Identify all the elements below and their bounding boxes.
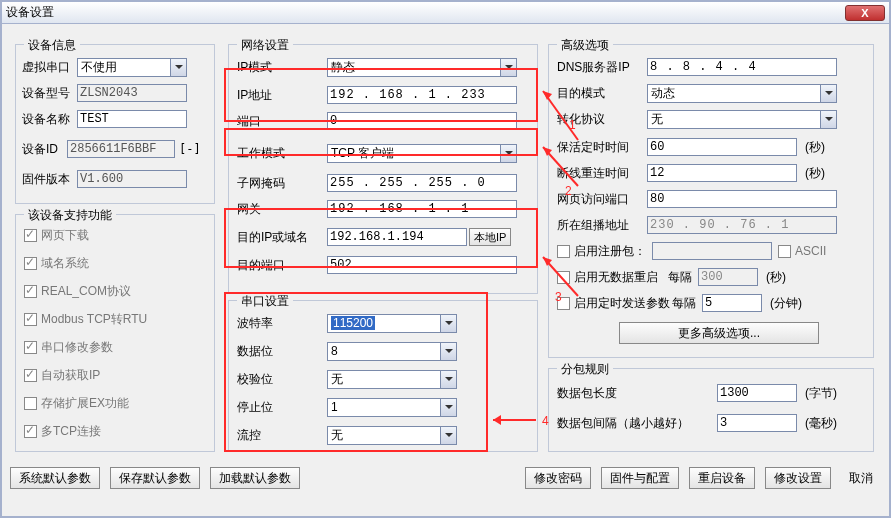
label-ip-addr: IP地址 bbox=[237, 87, 327, 104]
sys-default-button[interactable]: 系统默认参数 bbox=[10, 467, 100, 489]
field-multicast: 230 . 90 . 76 . 1 bbox=[647, 216, 837, 234]
field-port[interactable]: 0 bbox=[327, 112, 517, 130]
apply-button[interactable]: 修改设置 bbox=[765, 467, 831, 489]
check-timed-send[interactable]: 启用定时发送参数 bbox=[557, 295, 670, 312]
field-keepalive[interactable]: 60 bbox=[647, 138, 797, 156]
field-nodata: 300 bbox=[698, 268, 758, 286]
window-title: 设备设置 bbox=[6, 4, 845, 21]
feature-serial-mod: 串口修改参数 bbox=[24, 339, 113, 356]
label-dest-ip: 目的IP或域名 bbox=[237, 229, 327, 246]
select-dest-mode[interactable]: 动态 bbox=[647, 84, 837, 103]
select-databit[interactable]: 8 bbox=[327, 342, 457, 361]
field-pkt-gap[interactable]: 3 bbox=[717, 414, 797, 432]
fw-cfg-button[interactable]: 固件与配置 bbox=[601, 467, 679, 489]
label-keepalive: 保活定时时间 bbox=[557, 139, 647, 156]
select-stopbit[interactable]: 1 bbox=[327, 398, 457, 417]
select-virtual-port[interactable]: 不使用 bbox=[77, 58, 187, 77]
chevron-down-icon bbox=[440, 427, 456, 444]
label-port: 端口 bbox=[237, 113, 327, 130]
label-every1: 每隔 bbox=[668, 269, 692, 286]
field-reconnect[interactable]: 12 bbox=[647, 164, 797, 182]
label-fw: 固件版本 bbox=[22, 171, 77, 188]
legend-network: 网络设置 bbox=[237, 37, 293, 54]
label-model: 设备型号 bbox=[22, 85, 77, 102]
field-timed[interactable]: 5 bbox=[702, 294, 762, 312]
label-name: 设备名称 bbox=[22, 111, 77, 128]
field-dns[interactable]: 8 . 8 . 4 . 4 bbox=[647, 58, 837, 76]
save-default-button[interactable]: 保存默认参数 bbox=[110, 467, 200, 489]
label-work-mode: 工作模式 bbox=[237, 145, 327, 162]
group-packet: 分包规则 数据包长度 1300 (字节) 数据包间隔（越小越好） 3 (毫秒) bbox=[548, 368, 874, 452]
check-nodata-restart[interactable]: 启用无数据重启 bbox=[557, 269, 658, 286]
label-databit: 数据位 bbox=[237, 343, 327, 360]
select-baud[interactable]: 115200 bbox=[327, 314, 457, 333]
field-reg-pkt bbox=[652, 242, 772, 260]
close-icon[interactable]: X bbox=[845, 5, 885, 21]
label-id: 设备ID bbox=[22, 141, 67, 158]
label-dns: DNS服务器IP bbox=[557, 59, 647, 76]
feature-dns: 域名系统 bbox=[24, 255, 89, 272]
field-dest-port[interactable]: 502 bbox=[327, 256, 517, 274]
load-default-button[interactable]: 加载默认参数 bbox=[210, 467, 300, 489]
chevron-down-icon bbox=[820, 85, 836, 102]
label-parity: 校验位 bbox=[237, 371, 327, 388]
group-advanced: 高级选项 DNS服务器IP 8 . 8 . 4 . 4 目的模式 动态 转化协议… bbox=[548, 44, 874, 358]
unit-byte: (字节) bbox=[805, 385, 837, 402]
feature-ex-storage: 存储扩展EX功能 bbox=[24, 395, 129, 412]
cancel-button[interactable]: 取消 bbox=[841, 467, 881, 489]
label-pkt-gap: 数据包间隔（越小越好） bbox=[557, 415, 717, 432]
check-ascii[interactable]: ASCII bbox=[778, 244, 826, 258]
field-fw: V1.600 bbox=[77, 170, 187, 188]
field-pkt-len[interactable]: 1300 bbox=[717, 384, 797, 402]
restart-button[interactable]: 重启设备 bbox=[689, 467, 755, 489]
feature-web-download: 网页下载 bbox=[24, 227, 89, 244]
more-advanced-button[interactable]: 更多高级选项... bbox=[619, 322, 819, 344]
label-stopbit: 停止位 bbox=[237, 399, 327, 416]
titlebar: 设备设置 X bbox=[2, 2, 889, 24]
field-webport[interactable]: 80 bbox=[647, 190, 837, 208]
field-name[interactable]: TEST bbox=[77, 110, 187, 128]
unit-ms: (毫秒) bbox=[805, 415, 837, 432]
field-id: 2856611F6BBF bbox=[67, 140, 175, 158]
label-ip-mode: IP模式 bbox=[237, 59, 327, 76]
group-network: 网络设置 IP模式 静态 IP地址 192 . 168 . 1 . 233 端口… bbox=[228, 44, 538, 294]
group-device-info: 设备信息 虚拟串口 不使用 设备型号 ZLSN2043 设备名称 TEST 设备… bbox=[15, 44, 215, 204]
field-gw[interactable]: 192 . 168 . 1 . 1 bbox=[327, 200, 517, 218]
label-baud: 波特率 bbox=[237, 315, 327, 332]
id-collapse-button[interactable]: [-] bbox=[179, 142, 201, 156]
label-pkt-len: 数据包长度 bbox=[557, 385, 717, 402]
select-work-mode[interactable]: TCP 客户端 bbox=[327, 144, 517, 163]
chevron-down-icon bbox=[500, 59, 516, 76]
feature-modbus: Modbus TCP转RTU bbox=[24, 311, 147, 328]
field-model: ZLSN2043 bbox=[77, 84, 187, 102]
legend-features: 该设备支持功能 bbox=[24, 207, 116, 224]
select-ip-mode[interactable]: 静态 bbox=[327, 58, 517, 77]
select-flow[interactable]: 无 bbox=[327, 426, 457, 445]
feature-auto-ip: 自动获取IP bbox=[24, 367, 100, 384]
chevron-down-icon bbox=[440, 343, 456, 360]
field-mask[interactable]: 255 . 255 . 255 . 0 bbox=[327, 174, 517, 192]
local-ip-button[interactable]: 本地IP bbox=[469, 228, 511, 246]
label-gw: 网关 bbox=[237, 201, 327, 218]
change-pwd-button[interactable]: 修改密码 bbox=[525, 467, 591, 489]
feature-realcom: REAL_COM协议 bbox=[24, 283, 131, 300]
label-dest-port: 目的端口 bbox=[237, 257, 327, 274]
field-dest-ip[interactable]: 192.168.1.194 bbox=[327, 228, 467, 246]
unit-min: (分钟) bbox=[770, 295, 802, 312]
legend-advanced: 高级选项 bbox=[557, 37, 613, 54]
label-flow: 流控 bbox=[237, 427, 327, 444]
unit-sec2: (秒) bbox=[805, 165, 825, 182]
legend-serial: 串口设置 bbox=[237, 293, 293, 310]
check-reg-pkt[interactable]: 启用注册包： bbox=[557, 243, 646, 260]
select-parity[interactable]: 无 bbox=[327, 370, 457, 389]
group-serial: 串口设置 波特率 115200 数据位 8 校验位 无 停止位 1 流控 无 bbox=[228, 300, 538, 452]
group-features: 该设备支持功能 网页下载 域名系统 REAL_COM协议 Modbus TCP转… bbox=[15, 214, 215, 452]
legend-device-info: 设备信息 bbox=[24, 37, 80, 54]
chevron-down-icon bbox=[170, 59, 186, 76]
chevron-down-icon bbox=[440, 315, 456, 332]
feature-multi-tcp: 多TCP连接 bbox=[24, 423, 101, 440]
select-proto[interactable]: 无 bbox=[647, 110, 837, 129]
field-ip-addr[interactable]: 192 . 168 . 1 . 233 bbox=[327, 86, 517, 104]
label-every2: 每隔 bbox=[672, 295, 696, 312]
label-proto: 转化协议 bbox=[557, 111, 647, 128]
